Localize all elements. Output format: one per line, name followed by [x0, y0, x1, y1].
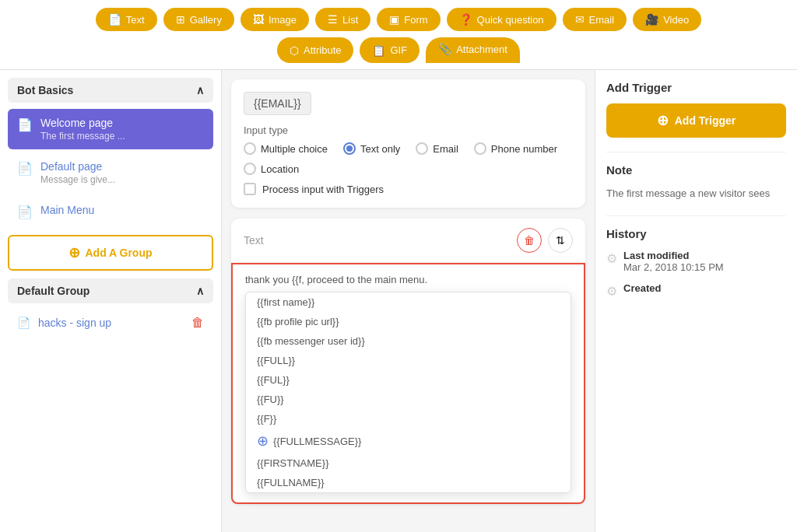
radio-email[interactable]: Email [416, 142, 458, 155]
text-card: Text 🗑 ⇅ thank you {{f, proceed to the m… [231, 219, 585, 504]
list-icon: ☰ [328, 13, 338, 26]
text-icon: 📄 [108, 13, 121, 26]
text-btn[interactable]: 📄 Text [96, 8, 157, 31]
attachment-btn[interactable]: 📎 Attachment [426, 37, 520, 63]
form-icon: ▣ [389, 13, 399, 26]
attachment-icon: 📎 [438, 43, 451, 55]
radio-group: Multiple choice Text only Email Phone nu… [244, 142, 573, 175]
sidebar: Bot Basics ∧ 📄 Welcome page The first me… [0, 70, 222, 532]
toolbar-row-1: 📄 Text ⊞ Gallery 🖼 Image ☰ List ▣ Form ❓… [9, 8, 788, 31]
hacks-signup-item[interactable]: 📄 hacks - sign up 🗑 [8, 310, 213, 336]
main-menu-item[interactable]: 📄 Main Menu [8, 196, 213, 227]
divider-1 [606, 152, 786, 152]
radio-phone[interactable]: Phone number [474, 142, 557, 155]
add-trigger-button[interactable]: ⊕ Add Trigger [606, 103, 786, 138]
toolbar-row-2: ⬡ Attribute 📋 GIF 📎 Attachment [9, 37, 788, 63]
add-group-plus-icon: ⊕ [68, 244, 80, 261]
dropdown-item-7: {{FULLMESSAGE}} [273, 436, 361, 447]
note-title: Note [606, 163, 786, 177]
gif-icon: 📋 [372, 44, 385, 57]
radio-circle-location [244, 163, 256, 175]
history-title: History [606, 227, 786, 240]
dropdown-item-8[interactable]: {{FIRSTNAME}} [246, 453, 571, 473]
radio-multiple-choice[interactable]: Multiple choice [244, 142, 328, 155]
image-btn[interactable]: 🖼 Image [241, 8, 309, 31]
bot-basics-chevron: ∧ [196, 84, 204, 96]
attribute-btn[interactable]: ⬡ Attribute [277, 37, 353, 63]
message-text[interactable]: thank you {{f, proceed to the main menu. [245, 274, 571, 285]
video-btn[interactable]: 🎥 Video [633, 8, 701, 31]
dropdown-item-9[interactable]: {{FULLNAME}} [246, 473, 571, 492]
add-trigger-plus-icon: ⊕ [657, 112, 669, 129]
process-input-checkbox[interactable]: Process input with Triggers [244, 183, 573, 195]
radio-text-only[interactable]: Text only [343, 142, 400, 155]
hacks-delete-icon[interactable]: 🗑 [191, 316, 204, 330]
add-group-button[interactable]: ⊕ Add A Group [8, 235, 213, 271]
reorder-text-btn[interactable]: ⇅ [548, 228, 573, 253]
radio-circle-email [416, 142, 428, 155]
form-btn[interactable]: ▣ Form [377, 8, 440, 31]
right-panel: Add Trigger ⊕ Add Trigger Note The first… [595, 70, 797, 532]
history-item-modified: ⚙ Last modified Mar 2, 2018 10:15 PM [606, 250, 786, 273]
radio-circle-text [343, 142, 356, 155]
welcome-page-icon: 📄 [17, 117, 33, 132]
default-page-icon: 📄 [17, 161, 33, 176]
quick-question-icon: ❓ [459, 13, 472, 26]
main-menu-icon: 📄 [17, 205, 33, 219]
history-icon-modified: ⚙ [606, 251, 617, 266]
video-icon: 🎥 [645, 13, 658, 26]
history-icon-created: ⚙ [606, 284, 617, 299]
email-btn[interactable]: ✉ Email [563, 8, 627, 31]
checkbox-box [244, 183, 256, 195]
text-card-header: Text 🗑 ⇅ [231, 219, 585, 263]
text-card-actions: 🗑 ⇅ [517, 228, 573, 253]
dropdown-item-0[interactable]: {{first name}} [246, 292, 571, 312]
history-item-created: ⚙ Created [606, 282, 786, 299]
add-trigger-title: Add Trigger [606, 81, 786, 94]
dropdown-item-4[interactable]: {{FUL}} [246, 370, 571, 390]
bot-basics-header[interactable]: Bot Basics ∧ [8, 78, 213, 103]
radio-circle-multiple [244, 142, 256, 155]
hacks-signup-icon: 📄 [17, 317, 30, 329]
default-group-header[interactable]: Default Group ∧ [8, 278, 213, 303]
welcome-page-item[interactable]: 📄 Welcome page The first message ... [8, 109, 213, 149]
default-page-item[interactable]: 📄 Default page Message is give... [8, 152, 213, 193]
center-content: {{EMAIL}} Input type Multiple choice Tex… [222, 70, 595, 532]
dropdown-item-6[interactable]: {{F}} [246, 409, 571, 429]
dropdown-item-1[interactable]: {{fb profile pic url}} [246, 312, 571, 331]
email-icon: ✉ [575, 13, 585, 26]
add-trigger-section: Add Trigger ⊕ Add Trigger [606, 81, 786, 138]
dropdown-item-2[interactable]: {{fb messenger user id}} [246, 331, 571, 351]
attribute-icon: ⬡ [290, 44, 299, 57]
default-group-chevron: ∧ [196, 285, 204, 297]
toolbar: 📄 Text ⊞ Gallery 🖼 Image ☰ List ▣ Form ❓… [0, 0, 797, 70]
dropdown-item-3[interactable]: {{FULL}} [246, 351, 571, 370]
text-content-area: thank you {{f, proceed to the main menu.… [231, 263, 585, 504]
gallery-icon: ⊞ [176, 13, 185, 26]
form-card: {{EMAIL}} Input type Multiple choice Tex… [231, 79, 585, 208]
main-layout: Bot Basics ∧ 📄 Welcome page The first me… [0, 70, 797, 532]
divider-2 [606, 215, 786, 216]
gif-btn[interactable]: 📋 GIF [360, 37, 420, 63]
delete-text-btn[interactable]: 🗑 [517, 228, 542, 253]
note-text: The first message a new visitor sees [606, 186, 786, 201]
radio-location[interactable]: Location [244, 163, 299, 175]
note-section: Note The first message a new visitor see… [606, 163, 786, 201]
add-icon: ⊕ [257, 432, 269, 450]
gallery-btn[interactable]: ⊞ Gallery [163, 8, 234, 31]
email-tag: {{EMAIL}} [244, 92, 311, 115]
dropdown-item-5[interactable]: {{FU}} [246, 390, 571, 409]
list-btn[interactable]: ☰ List [315, 8, 370, 31]
history-section: History ⚙ Last modified Mar 2, 2018 10:1… [606, 227, 786, 299]
add-fullmessage-row[interactable]: ⊕ {{FULLMESSAGE}} [246, 429, 571, 453]
radio-circle-phone [474, 142, 486, 155]
quick-question-btn[interactable]: ❓ Quick question [447, 8, 556, 31]
image-icon: 🖼 [253, 13, 264, 26]
dropdown-list: {{first name}} {{fb profile pic url}} {{… [245, 292, 571, 493]
